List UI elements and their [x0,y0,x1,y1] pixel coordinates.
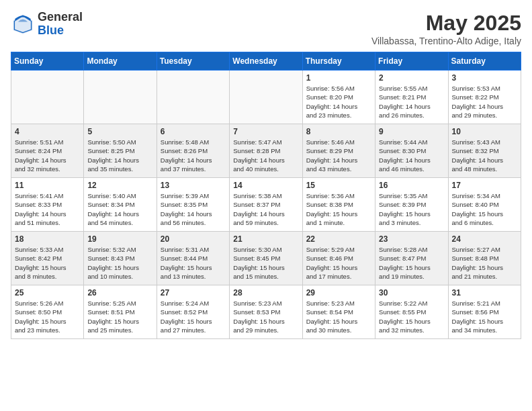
calendar-day: 2Sunrise: 5:55 AM Sunset: 8:21 PM Daylig… [375,71,448,124]
day-info: Sunrise: 5:39 AM Sunset: 8:35 PM Dayligh… [161,191,226,227]
day-info: Sunrise: 5:36 AM Sunset: 8:38 PM Dayligh… [306,191,371,227]
day-info: Sunrise: 5:25 AM Sunset: 8:51 PM Dayligh… [87,299,152,334]
day-number: 11 [15,181,80,190]
logo: General Blue [11,11,83,38]
calendar-header-row: SundayMondayTuesdayWednesdayThursdayFrid… [11,52,521,71]
day-info: Sunrise: 5:50 AM Sunset: 8:25 PM Dayligh… [87,138,152,173]
calendar-day: 24Sunrise: 5:27 AM Sunset: 8:48 PM Dayli… [448,232,521,285]
day-number: 19 [87,234,152,244]
day-info: Sunrise: 5:43 AM Sunset: 8:32 PM Dayligh… [452,138,517,173]
calendar-day: 10Sunrise: 5:43 AM Sunset: 8:32 PM Dayli… [448,124,521,178]
day-info: Sunrise: 5:46 AM Sunset: 8:29 PM Dayligh… [306,138,371,173]
day-number: 13 [161,181,226,190]
calendar-week-2: 4Sunrise: 5:51 AM Sunset: 8:24 PM Daylig… [11,124,521,178]
day-number: 31 [452,288,517,298]
day-info: Sunrise: 5:23 AM Sunset: 8:53 PM Dayligh… [233,299,298,334]
day-number: 1 [306,73,371,83]
calendar-day: 20Sunrise: 5:31 AM Sunset: 8:44 PM Dayli… [157,232,229,285]
calendar-day [230,71,302,124]
calendar-day: 3Sunrise: 5:53 AM Sunset: 8:22 PM Daylig… [448,71,521,124]
day-number: 25 [15,288,80,298]
day-header-wednesday: Wednesday [230,52,302,71]
day-info: Sunrise: 5:48 AM Sunset: 8:26 PM Dayligh… [161,138,226,173]
day-number: 16 [379,181,444,190]
day-number: 18 [15,234,80,244]
day-info: Sunrise: 5:34 AM Sunset: 8:40 PM Dayligh… [452,191,517,227]
calendar-table: SundayMondayTuesdayWednesdayThursdayFrid… [11,52,521,339]
calendar-day: 31Sunrise: 5:21 AM Sunset: 8:56 PM Dayli… [448,285,521,339]
calendar-day: 28Sunrise: 5:23 AM Sunset: 8:53 PM Dayli… [230,285,302,339]
day-number: 27 [161,288,226,298]
day-number: 7 [233,127,298,136]
calendar-day [11,71,84,124]
calendar-day: 29Sunrise: 5:23 AM Sunset: 8:54 PM Dayli… [302,285,375,339]
day-number: 8 [306,127,371,136]
calendar-day: 6Sunrise: 5:48 AM Sunset: 8:26 PM Daylig… [157,124,229,178]
calendar-day: 11Sunrise: 5:41 AM Sunset: 8:33 PM Dayli… [11,178,84,232]
day-info: Sunrise: 5:38 AM Sunset: 8:37 PM Dayligh… [233,191,298,227]
day-info: Sunrise: 5:27 AM Sunset: 8:48 PM Dayligh… [452,245,517,281]
calendar-day: 1Sunrise: 5:56 AM Sunset: 8:20 PM Daylig… [302,71,375,124]
calendar-day: 22Sunrise: 5:29 AM Sunset: 8:46 PM Dayli… [302,232,375,285]
calendar-week-3: 11Sunrise: 5:41 AM Sunset: 8:33 PM Dayli… [11,178,521,232]
day-info: Sunrise: 5:41 AM Sunset: 8:33 PM Dayligh… [15,191,80,227]
calendar-day: 9Sunrise: 5:44 AM Sunset: 8:30 PM Daylig… [375,124,448,178]
day-info: Sunrise: 5:55 AM Sunset: 8:21 PM Dayligh… [379,84,444,120]
day-info: Sunrise: 5:47 AM Sunset: 8:28 PM Dayligh… [233,138,298,173]
day-info: Sunrise: 5:30 AM Sunset: 8:45 PM Dayligh… [233,245,298,281]
day-number: 5 [87,127,152,136]
day-info: Sunrise: 5:33 AM Sunset: 8:42 PM Dayligh… [15,245,80,281]
day-info: Sunrise: 5:51 AM Sunset: 8:24 PM Dayligh… [15,138,80,173]
logo-text: General Blue [38,11,83,38]
logo-blue-text: Blue [38,24,83,38]
calendar-day: 27Sunrise: 5:24 AM Sunset: 8:52 PM Dayli… [157,285,229,339]
day-number: 20 [161,234,226,244]
day-number: 14 [233,181,298,190]
calendar-day: 17Sunrise: 5:34 AM Sunset: 8:40 PM Dayli… [448,178,521,232]
day-info: Sunrise: 5:22 AM Sunset: 8:55 PM Dayligh… [379,299,444,334]
calendar-day: 7Sunrise: 5:47 AM Sunset: 8:28 PM Daylig… [230,124,302,178]
day-number: 23 [379,234,444,244]
calendar-day: 21Sunrise: 5:30 AM Sunset: 8:45 PM Dayli… [230,232,302,285]
day-header-saturday: Saturday [448,52,521,71]
calendar-day: 12Sunrise: 5:40 AM Sunset: 8:34 PM Dayli… [84,178,157,232]
day-info: Sunrise: 5:56 AM Sunset: 8:20 PM Dayligh… [306,84,371,120]
day-header-tuesday: Tuesday [157,52,229,71]
day-number: 28 [233,288,298,298]
day-number: 6 [161,127,226,136]
logo-general: General [38,11,83,24]
day-number: 9 [379,127,444,136]
calendar-day: 25Sunrise: 5:26 AM Sunset: 8:50 PM Dayli… [11,285,84,339]
calendar-day: 14Sunrise: 5:38 AM Sunset: 8:37 PM Dayli… [230,178,302,232]
day-number: 10 [452,127,517,136]
calendar-day: 13Sunrise: 5:39 AM Sunset: 8:35 PM Dayli… [157,178,229,232]
day-number: 3 [452,73,517,83]
day-number: 30 [379,288,444,298]
calendar-day [84,71,157,124]
day-info: Sunrise: 5:31 AM Sunset: 8:44 PM Dayligh… [161,245,226,281]
logo-icon [11,12,35,36]
day-number: 12 [87,181,152,190]
day-number: 29 [306,288,371,298]
day-info: Sunrise: 5:21 AM Sunset: 8:56 PM Dayligh… [452,299,517,334]
day-info: Sunrise: 5:35 AM Sunset: 8:39 PM Dayligh… [379,191,444,227]
title-block: May 2025 Villabassa, Trentino-Alto Adige… [371,11,521,46]
day-info: Sunrise: 5:24 AM Sunset: 8:52 PM Dayligh… [161,299,226,334]
calendar-day: 26Sunrise: 5:25 AM Sunset: 8:51 PM Dayli… [84,285,157,339]
calendar-day: 19Sunrise: 5:32 AM Sunset: 8:43 PM Dayli… [84,232,157,285]
calendar-day: 15Sunrise: 5:36 AM Sunset: 8:38 PM Dayli… [302,178,375,232]
svg-marker-0 [13,14,33,34]
calendar-week-1: 1Sunrise: 5:56 AM Sunset: 8:20 PM Daylig… [11,71,521,124]
day-info: Sunrise: 5:26 AM Sunset: 8:50 PM Dayligh… [15,299,80,334]
day-number: 2 [379,73,444,83]
calendar-day: 30Sunrise: 5:22 AM Sunset: 8:55 PM Dayli… [375,285,448,339]
day-number: 21 [233,234,298,244]
day-number: 4 [15,127,80,136]
day-header-monday: Monday [84,52,157,71]
day-info: Sunrise: 5:32 AM Sunset: 8:43 PM Dayligh… [87,245,152,281]
day-number: 26 [87,288,152,298]
day-number: 17 [452,181,517,190]
day-info: Sunrise: 5:40 AM Sunset: 8:34 PM Dayligh… [87,191,152,227]
calendar-title: May 2025 [371,11,521,36]
day-info: Sunrise: 5:29 AM Sunset: 8:46 PM Dayligh… [306,245,371,281]
